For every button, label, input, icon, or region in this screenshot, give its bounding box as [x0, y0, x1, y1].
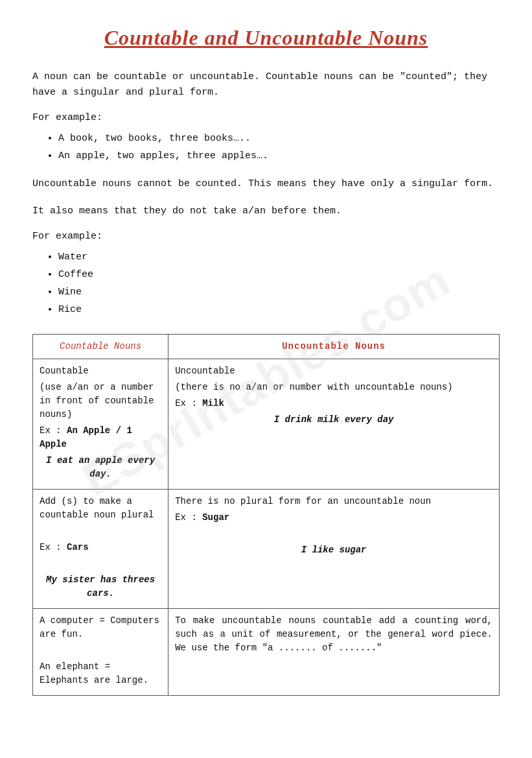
cell-text: Ex : Cars	[40, 541, 161, 554]
cell-text: Ex : Sugar	[175, 511, 492, 525]
cell-text: A computer = Computers are fun.	[40, 614, 161, 641]
cell-text: To make uncountable nouns countable add …	[175, 614, 492, 655]
cell-text	[175, 527, 492, 541]
page-title: Countable and Uncountable Nouns	[32, 26, 500, 50]
table-cell: Uncountable (there is no a/an or number …	[168, 359, 500, 490]
cell-text: An elephant = Elephants are large.	[40, 660, 161, 687]
cell-text: I eat an apple every day.	[40, 454, 161, 481]
cell-text	[40, 557, 161, 571]
list-item: Wine	[58, 283, 500, 301]
table-row: A computer = Computers are fun. An eleph…	[33, 609, 500, 696]
list-item: Coffee	[58, 266, 500, 283]
cell-text: I drink milk every day	[175, 413, 492, 427]
table-cell: There is no plural form for an uncountab…	[168, 490, 500, 609]
uncountable-paragraph-1: Uncountable nouns cannot be counted. Thi…	[32, 176, 500, 192]
countable-examples-list: A book, two books, three books….. An app…	[58, 130, 500, 165]
intro-paragraph: A noun can be countable or uncountable. …	[32, 69, 500, 101]
cell-text: My sister has threes cars.	[40, 573, 161, 600]
cell-text	[40, 644, 161, 657]
cell-text: Uncountable	[175, 364, 492, 378]
uncountable-examples-list: Water Coffee Wine Rice	[58, 248, 500, 318]
cell-text: There is no plural form for an uncountab…	[175, 495, 492, 508]
table-cell: A computer = Computers are fun. An eleph…	[33, 609, 168, 696]
cell-text: Countable	[40, 364, 161, 378]
cell-text: Ex : An Apple / 1 Apple	[40, 424, 161, 451]
for-example-label-2: For example:	[32, 231, 500, 242]
table-header-uncountable: Uncountable Nouns	[168, 335, 500, 359]
table-cell: Add (s) to make a countable noun plural …	[33, 490, 168, 609]
cell-text: (use a/an or a number in front of counta…	[40, 381, 161, 421]
cell-text: I like sugar	[175, 543, 492, 557]
list-item: An apple, two apples, three apples….	[58, 147, 500, 165]
list-item: Rice	[58, 301, 500, 318]
nouns-table: Countable Nouns Uncountable Nouns Counta…	[32, 334, 500, 696]
table-cell: Countable (use a/an or a number in front…	[33, 359, 168, 490]
table-row: Countable (use a/an or a number in front…	[33, 359, 500, 490]
list-item: Water	[58, 248, 500, 266]
table-row: Add (s) to make a countable noun plural …	[33, 490, 500, 609]
cell-text: (there is no a/an or number with uncount…	[175, 381, 492, 394]
cell-text: Ex : Milk	[175, 397, 492, 410]
uncountable-paragraph-2: It also means that they do not take a/an…	[32, 204, 500, 219]
table-header-countable: Countable Nouns	[33, 335, 168, 359]
cell-text: Add (s) to make a countable noun plural	[40, 495, 161, 522]
for-example-label-1: For example:	[32, 112, 500, 123]
list-item: A book, two books, three books…..	[58, 130, 500, 147]
table-cell: To make uncountable nouns countable add …	[168, 609, 500, 696]
cell-text	[40, 525, 161, 538]
